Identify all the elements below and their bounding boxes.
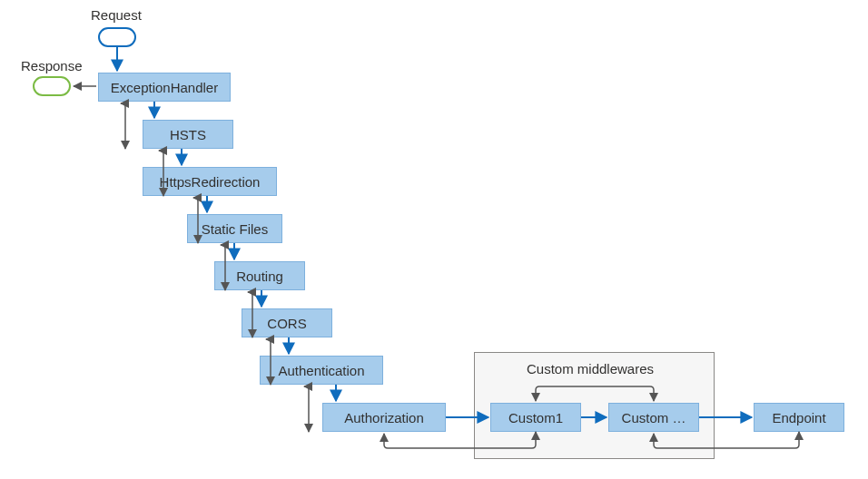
node-hsts: HSTS	[143, 120, 233, 149]
response-pill	[33, 76, 71, 96]
node-label: Authentication	[278, 363, 364, 378]
node-custom1: Custom1	[490, 403, 581, 432]
node-label: Routing	[236, 269, 283, 284]
node-label: Custom1	[508, 410, 563, 425]
node-routing: Routing	[214, 261, 305, 290]
custom-group-label: Custom middlewares	[527, 361, 654, 376]
response-label: Response	[21, 58, 83, 73]
node-customn: Custom …	[608, 403, 699, 432]
node-label: Authorization	[344, 410, 424, 425]
node-label: Static Files	[202, 221, 268, 237]
node-label: ExceptionHandler	[111, 80, 218, 95]
request-label: Request	[91, 7, 142, 23]
node-auth: Authentication	[260, 356, 383, 385]
node-https: HttpsRedirection	[143, 167, 277, 196]
node-endpoint: Endpoint	[754, 403, 844, 432]
node-cors: CORS	[242, 308, 332, 337]
node-static: Static Files	[187, 214, 282, 243]
node-authz: Authorization	[322, 403, 446, 432]
node-label: Custom …	[622, 410, 686, 425]
node-exception: ExceptionHandler	[98, 73, 231, 102]
node-label: CORS	[267, 316, 306, 331]
request-pill	[98, 27, 136, 47]
node-label: HttpsRedirection	[160, 174, 261, 190]
node-label: HSTS	[170, 127, 206, 142]
node-label: Endpoint	[772, 410, 825, 425]
